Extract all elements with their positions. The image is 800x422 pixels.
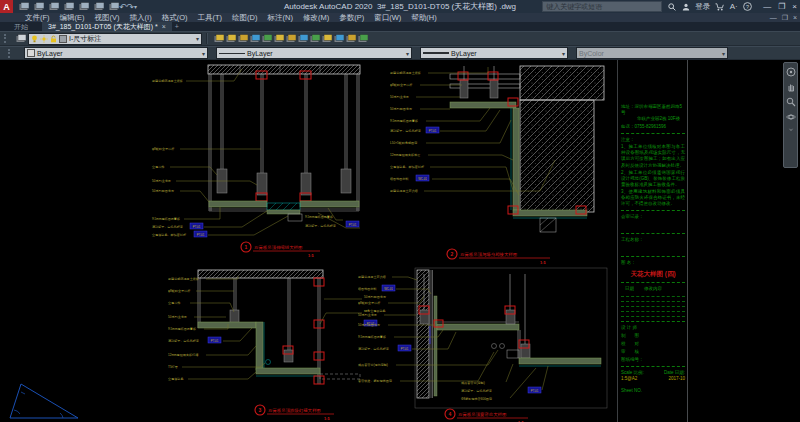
svg-text:9.5mm厚纸面石膏板: 9.5mm厚纸面石膏板 bbox=[358, 335, 386, 339]
layer-current-icon[interactable] bbox=[272, 33, 284, 45]
signin-label[interactable]: 登录 bbox=[695, 2, 710, 12]
layer-delete-icon[interactable] bbox=[332, 33, 344, 45]
search-icon[interactable] bbox=[667, 2, 676, 11]
detail-title: 2 石膏板吊顶与墙身相接大样图 1:5 bbox=[447, 249, 550, 265]
svg-text:原建筑钢筋混凝土楼板: 原建筑钢筋混凝土楼板 bbox=[390, 71, 421, 75]
toolbar-grip-2[interactable] bbox=[8, 49, 14, 58]
undo-icon[interactable]: ↶ bbox=[119, 3, 127, 11]
layer-match-icon[interactable] bbox=[284, 33, 296, 45]
layer-lock-icon[interactable] bbox=[260, 33, 272, 45]
svg-text:金属吊件: 金属吊件 bbox=[152, 165, 165, 169]
svg-text:3: 3 bbox=[259, 407, 262, 413]
svg-text:12mm厚阻燃夹板灯槽: 12mm厚阻燃夹板灯槽 bbox=[168, 353, 198, 357]
svg-text:PT-01: PT-01 bbox=[349, 223, 357, 227]
layer-tools bbox=[212, 33, 368, 45]
color-combo[interactable]: ByLayer ▾ bbox=[24, 47, 208, 59]
toolbar-separator bbox=[206, 33, 208, 44]
leaders bbox=[170, 69, 360, 235]
tab-close-icon[interactable]: × bbox=[162, 22, 166, 31]
doc-close-button[interactable]: × bbox=[793, 14, 797, 22]
layer-prev-icon[interactable] bbox=[296, 33, 308, 45]
linetype-combo[interactable]: ByLayer ▾ bbox=[216, 47, 412, 59]
layer-off-icon[interactable] bbox=[224, 33, 236, 45]
menu-item[interactable]: 帮助(H) bbox=[406, 13, 441, 22]
cart-icon[interactable] bbox=[715, 2, 724, 11]
new-tab-button[interactable]: + bbox=[172, 22, 182, 31]
svg-text:满刮腻子、白色乳胶漆: 满刮腻子、白色乳胶漆 bbox=[358, 347, 389, 351]
svg-text:石膏板吊顶伸缩缝大样图: 石膏板吊顶伸缩缝大样图 bbox=[254, 245, 302, 250]
svg-text:50系列覆面龙骨: 50系列覆面龙骨 bbox=[152, 189, 174, 193]
triangle-object[interactable] bbox=[8, 380, 80, 420]
menu-item[interactable]: 修改(M) bbox=[298, 13, 334, 22]
layer-walk-icon[interactable] bbox=[308, 33, 320, 45]
svg-text:石膏板吊顶跌级灯槽大样图: 石膏板吊顶跌级灯槽大样图 bbox=[268, 408, 321, 413]
qat-dropdown-icon[interactable]: ▾ bbox=[134, 3, 137, 11]
redo-icon[interactable] bbox=[107, 1, 119, 13]
window-controls: — ❐ × bbox=[763, 2, 797, 11]
layer-on-all-icon[interactable] bbox=[344, 33, 356, 45]
drawing-canvas[interactable]: 原建筑钢筋混凝土楼板 φ8镀锌全牙吊杆 金属吊件 50系列主龙骨 50系列覆面龙… bbox=[0, 60, 800, 422]
menu-item[interactable]: 工具(T) bbox=[193, 13, 228, 22]
menu-item[interactable]: 窗口(W) bbox=[369, 13, 406, 22]
menu-item[interactable]: 视图(V) bbox=[90, 13, 125, 22]
undo-icon[interactable] bbox=[92, 1, 104, 13]
menu-item[interactable]: 文件(F) bbox=[20, 13, 55, 22]
menu-item[interactable]: 参数(P) bbox=[334, 13, 369, 22]
tab-drawing[interactable]: 3#_185_D101-DT05 (天花大样图) * × bbox=[42, 21, 172, 31]
svg-text:墙面饰面材料: 墙面饰面材料 bbox=[358, 287, 377, 291]
steering-wheel-icon[interactable] bbox=[786, 67, 796, 77]
zoom-icon[interactable] bbox=[786, 97, 796, 107]
tab-start[interactable]: 开始 bbox=[0, 22, 42, 31]
maximize-button[interactable]: ❐ bbox=[778, 2, 785, 11]
autocad-logo-icon[interactable]: A bbox=[0, 0, 13, 13]
layer-properties-icon[interactable] bbox=[212, 33, 224, 45]
help-icon[interactable]: ? bbox=[743, 2, 752, 11]
layer-thaw-icon[interactable] bbox=[356, 33, 368, 45]
menu-item[interactable]: 编辑(E) bbox=[55, 13, 90, 22]
close-button[interactable]: × bbox=[792, 2, 797, 11]
menu-item[interactable]: 绘图(D) bbox=[227, 13, 262, 22]
save-as-icon[interactable] bbox=[62, 1, 74, 13]
autodesk-icon[interactable]: A· bbox=[729, 2, 738, 11]
layer-freeze-icon[interactable] bbox=[248, 33, 260, 45]
pan-hand-icon[interactable] bbox=[786, 82, 796, 92]
svg-text:原建筑钢筋混凝土楼板: 原建筑钢筋混凝土楼板 bbox=[168, 277, 199, 281]
annotation-labels: 原建筑钢筋混凝土楼板 φ8镀锌全牙吊杆 金属吊件 50系列主龙骨 50系列覆面龙… bbox=[152, 79, 336, 237]
layer-isolate-icon[interactable] bbox=[236, 33, 248, 45]
layer-combo[interactable]: I-尺寸标注 ▾ bbox=[28, 33, 202, 45]
minimize-button[interactable]: — bbox=[763, 2, 771, 11]
navbar-more-icon[interactable] bbox=[786, 127, 796, 133]
svg-text:金属修边条、耐候密封胶: 金属修边条、耐候密封胶 bbox=[390, 165, 424, 169]
phone-line: 电话：0755-82961596 bbox=[621, 124, 685, 130]
detail-title: 3 石膏板吊顶跌级灯槽大样图 1:5 bbox=[255, 405, 334, 421]
revision-header: 日期修改内容 bbox=[621, 286, 685, 292]
layer-properties-manager-icon[interactable] bbox=[14, 33, 26, 45]
user-icon[interactable] bbox=[681, 2, 690, 11]
menu-item[interactable]: 插入(I) bbox=[125, 13, 157, 22]
approver-row: 审 核 bbox=[621, 349, 685, 355]
svg-text:50系列主龙骨: 50系列主龙骨 bbox=[152, 179, 171, 183]
menu-item[interactable]: 格式(O) bbox=[157, 13, 193, 22]
layer-merge-icon[interactable] bbox=[320, 33, 332, 45]
search-input[interactable]: 键入关键字或短语 bbox=[542, 1, 662, 12]
address-line: 地址：深圳市福田区泰然四路5号 bbox=[621, 104, 685, 116]
svg-text:1: 1 bbox=[245, 244, 248, 250]
lineweight-combo[interactable]: ByLayer ▾ bbox=[420, 47, 568, 59]
open-icon[interactable] bbox=[32, 1, 44, 13]
titlebar-right: 键入关键字或短语 登录 A· ? — ❐ × bbox=[542, 1, 800, 12]
chevron-down-icon: ▾ bbox=[406, 50, 409, 57]
menu-item[interactable]: 标注(N) bbox=[263, 13, 298, 22]
new-icon[interactable] bbox=[17, 1, 29, 13]
doc-restore-button[interactable]: ❐ bbox=[782, 14, 788, 22]
orbit-icon[interactable] bbox=[786, 112, 796, 122]
toolbar-grip[interactable] bbox=[4, 34, 10, 43]
redo-icon[interactable]: ↷ bbox=[127, 3, 135, 11]
save-icon[interactable] bbox=[47, 1, 59, 13]
properties-toolbar: ByLayer ▾ ByLayer ▾ ByLayer ▾ ByColor ▾ bbox=[0, 46, 800, 60]
doc-minimize-button[interactable]: — bbox=[770, 14, 777, 22]
address-line: 华联产业园2栋 10F楼 bbox=[621, 116, 685, 122]
svg-text:窗帘轨道、膨胀螺栓固定: 窗帘轨道、膨胀螺栓固定 bbox=[358, 379, 392, 383]
plot-icon[interactable] bbox=[77, 1, 89, 13]
svg-text:φ8镀锌全牙吊杆: φ8镀锌全牙吊杆 bbox=[390, 83, 412, 87]
svg-text:1:5: 1:5 bbox=[540, 261, 546, 265]
